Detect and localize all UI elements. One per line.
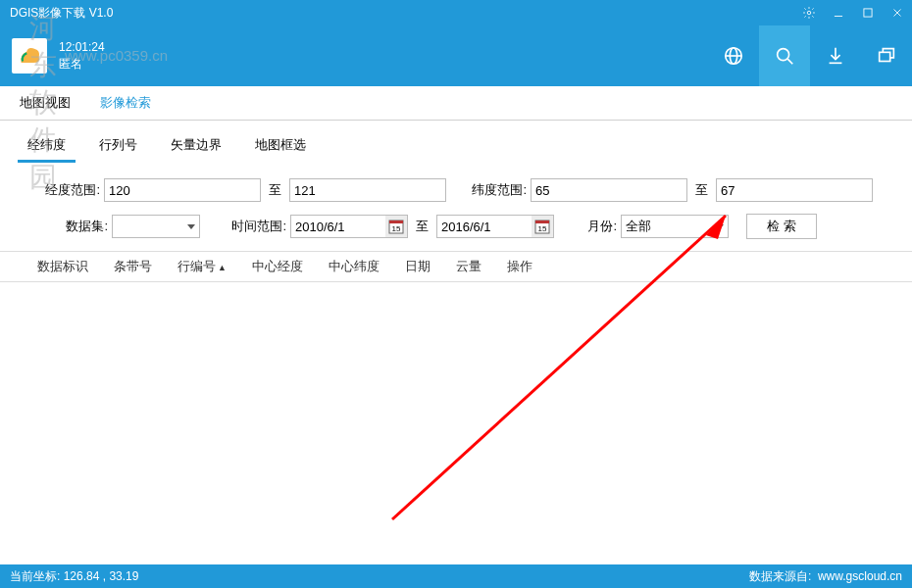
col-clat[interactable]: 中心纬度: [329, 258, 380, 275]
svg-text:15: 15: [538, 224, 547, 233]
globe-icon[interactable]: [708, 25, 759, 86]
date-to-value: 2016/6/1: [437, 220, 532, 234]
col-row[interactable]: 行编号▲: [177, 258, 227, 275]
header: 12:01:24 匿名: [0, 25, 912, 86]
lat-from-input[interactable]: [531, 178, 687, 202]
date-from-value: 2010/6/1: [291, 220, 385, 234]
svg-rect-14: [389, 220, 403, 223]
subtab-box[interactable]: 地图框选: [245, 130, 316, 163]
tab-map-view[interactable]: 地图视图: [10, 86, 80, 120]
app-logo-icon: [12, 38, 47, 74]
month-label: 月份:: [572, 218, 621, 235]
lon-to-input[interactable]: [289, 178, 446, 202]
coord-label: 当前坐标:: [10, 568, 60, 585]
lon-label: 经度范围:: [39, 181, 104, 199]
search-button[interactable]: 检 索: [746, 214, 817, 239]
month-value: 全部: [626, 218, 651, 235]
clock-text: 12:01:24: [59, 39, 105, 56]
download-icon[interactable]: [810, 25, 861, 86]
settings-icon[interactable]: [794, 0, 824, 25]
svg-point-8: [778, 49, 789, 61]
minimize-icon[interactable]: [824, 0, 853, 25]
titlebar: DGIS影像下载 V1.0: [0, 0, 912, 25]
svg-line-9: [787, 59, 792, 64]
source-value: www.gscloud.cn: [818, 569, 902, 583]
col-id[interactable]: 数据标识: [37, 258, 88, 275]
svg-point-0: [807, 11, 811, 15]
col-clon[interactable]: 中心经度: [252, 258, 303, 275]
svg-rect-2: [864, 9, 872, 17]
calendar-icon[interactable]: 15: [385, 216, 407, 237]
dataset-select[interactable]: [112, 215, 200, 238]
svg-rect-12: [880, 52, 890, 61]
annotation-arrow-icon: [373, 196, 765, 529]
date-to-input[interactable]: 2016/6/1 15: [436, 215, 554, 238]
tab-image-search[interactable]: 影像检索: [90, 86, 161, 120]
lon-from-input[interactable]: [104, 178, 261, 202]
results-header: 数据标识 条带号 行编号▲ 中心经度 中心纬度 日期 云量 操作: [0, 251, 912, 282]
lat-to-label: 至: [695, 181, 708, 199]
primary-tabs: 地图视图 影像检索: [0, 86, 912, 121]
username-text: 匿名: [59, 56, 105, 73]
svg-rect-17: [535, 220, 549, 223]
col-op[interactable]: 操作: [507, 258, 532, 275]
lat-to-input[interactable]: [716, 178, 873, 202]
caret-down-icon: [716, 224, 724, 229]
lon-to-label: 至: [269, 181, 281, 199]
col-date[interactable]: 日期: [405, 258, 431, 275]
dataset-label: 数据集:: [39, 218, 112, 235]
subtab-vector[interactable]: 矢量边界: [161, 130, 231, 163]
caret-down-icon: [187, 224, 195, 229]
user-block: 12:01:24 匿名: [59, 39, 105, 73]
windows-icon[interactable]: [861, 25, 912, 86]
svg-text:15: 15: [392, 224, 401, 233]
sub-tabs: 经纬度 行列号 矢量边界 地图框选: [0, 121, 912, 163]
lat-label: 纬度范围:: [466, 181, 531, 199]
col-strip[interactable]: 条带号: [114, 258, 152, 275]
status-bar: 当前坐标: 126.84 , 33.19 数据来源自: www.gscloud.…: [0, 564, 912, 588]
subtab-latlon[interactable]: 经纬度: [18, 130, 76, 163]
time-to-label: 至: [416, 218, 429, 235]
search-icon[interactable]: [759, 25, 810, 86]
coord-value: 126.84 , 33.19: [64, 569, 139, 583]
window-title: DGIS影像下载 V1.0: [10, 5, 794, 22]
date-from-input[interactable]: 2010/6/1 15: [290, 215, 408, 238]
time-label: 时间范围:: [218, 218, 290, 235]
maximize-icon[interactable]: [853, 0, 883, 25]
source-label: 数据来源自:: [749, 569, 811, 583]
subtab-rowcol[interactable]: 行列号: [89, 130, 147, 163]
close-icon[interactable]: [883, 0, 912, 25]
sort-asc-icon: ▲: [218, 263, 227, 272]
month-select[interactable]: 全部: [621, 215, 729, 238]
col-cloud[interactable]: 云量: [456, 258, 481, 275]
calendar-icon[interactable]: 15: [532, 216, 553, 237]
